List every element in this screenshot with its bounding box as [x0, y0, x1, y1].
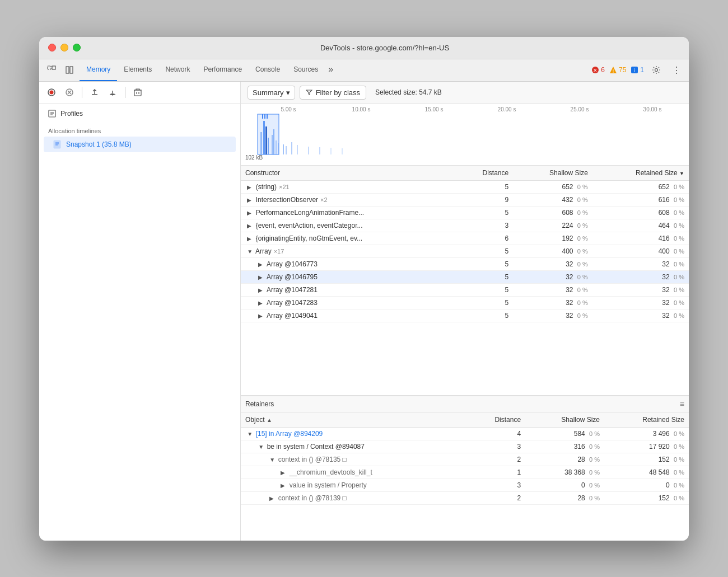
expand-arrow[interactable]: ▶ [258, 287, 265, 293]
shallow-cell: 32 0 % [513, 257, 592, 270]
retainer-expand-arrow[interactable]: ▶ [269, 495, 276, 501]
expand-arrow[interactable]: ▶ [247, 197, 254, 203]
constructor-name: (string) [256, 183, 277, 191]
expand-arrow[interactable]: ▶ [247, 184, 254, 190]
titlebar: DevTools - store.google.com/?hl=en-US [39, 37, 689, 59]
table-row[interactable]: ▶ Array @1049041 5 32 0 % 32 0 % [241, 309, 689, 322]
selected-size-label: Selected size: 54.7 kB [375, 88, 442, 96]
retainer-row[interactable]: ▼ [15] in Array @894209 4 584 0 % 3 496 … [241, 427, 689, 440]
retainer-retained-cell: 152 0 % [604, 453, 689, 466]
constructor-name: Array @1046773 [267, 260, 318, 268]
table-row[interactable]: ▶ Array @1046773 5 32 0 % 32 0 % [241, 257, 689, 270]
download-button[interactable] [105, 85, 120, 100]
main-tabs: Memory Elements Network Performance Cons… [80, 59, 337, 81]
retainer-expand-arrow[interactable]: ▼ [269, 457, 276, 463]
retained-cell: 32 0 % [592, 309, 689, 322]
snapshot-label: Snapshot 1 (35.8 MB) [66, 140, 132, 148]
retainer-row[interactable]: ▶ context in () @78139 □ 2 28 0 % 152 0 … [241, 491, 689, 504]
table-row[interactable]: ▼ Array×17 5 400 0 % 400 0 % [241, 245, 689, 257]
constructor-cell: ▶ Array @1046773 [241, 257, 454, 270]
constructor-name: PerformanceLongAnimationFrame... [256, 209, 364, 217]
retainer-row[interactable]: ▶ value in system / Property 3 0 0 % 0 0… [241, 479, 689, 491]
info-badge: i 1 [631, 66, 644, 74]
maximize-button[interactable] [73, 44, 81, 51]
table-row[interactable]: ▶ Array @1046795 5 32 0 % 32 0 % [241, 270, 689, 283]
retainer-object-name: value in system / Property [290, 481, 367, 489]
cursor-tool-button[interactable] [44, 62, 59, 78]
collect-garbage-button[interactable] [130, 85, 146, 100]
svg-rect-26 [263, 121, 265, 154]
expand-arrow[interactable]: ▶ [247, 223, 254, 229]
shallow-pct: 0 % [577, 184, 588, 190]
dropdown-arrow-icon: ▾ [286, 88, 290, 97]
expand-arrow[interactable]: ▶ [247, 210, 254, 216]
table-row[interactable]: ▶ {event, eventAction, eventCategor... 3… [241, 219, 689, 232]
settings-button[interactable] [648, 62, 664, 78]
retainer-retained-cell: 17 920 0 % [604, 440, 689, 453]
retainer-shallow-pct: 0 % [589, 495, 600, 501]
table-row[interactable]: ▶ {originatingEntity, noGtmEvent, ev... … [241, 232, 689, 245]
retainer-distance-cell: 2 [467, 491, 525, 504]
shallow-cell: 32 0 % [513, 270, 592, 283]
retainer-row[interactable]: ▶ __chromium_devtools_kill_t 1 38 368 0 … [241, 466, 689, 479]
retainer-expand-arrow[interactable]: ▼ [247, 431, 254, 437]
col-retained[interactable]: Retained Size ▼ [592, 166, 689, 181]
retainer-expand-arrow[interactable]: ▶ [281, 470, 287, 476]
expand-arrow[interactable]: ▼ [247, 248, 254, 255]
tab-console[interactable]: Console [249, 59, 287, 81]
table-row[interactable]: ▶ PerformanceLongAnimationFrame... 5 608… [241, 206, 689, 219]
tab-sources[interactable]: Sources [287, 59, 325, 81]
constructor-name: Array @1047281 [267, 286, 318, 294]
retained-pct: 0 % [674, 235, 684, 242]
expand-arrow[interactable]: ▶ [247, 236, 254, 242]
constructor-cell: ▶ Array @1047283 [241, 296, 454, 309]
stop-button[interactable] [62, 85, 77, 100]
upload-button[interactable] [87, 85, 102, 100]
svg-rect-33 [283, 144, 284, 154]
main-toolbar: Summary ▾ Filter by class Selected size:… [241, 82, 689, 104]
retainer-expand-arrow[interactable]: ▶ [281, 482, 287, 489]
constructor-cell: ▼ Array×17 [241, 245, 454, 257]
table-row[interactable]: ▶ Array @1047281 5 32 0 % 32 0 % [241, 283, 689, 296]
retainer-object-cell: ▶ __chromium_devtools_kill_t [241, 466, 467, 479]
retainer-row[interactable]: ▼ be in system / Context @894087 3 316 0… [241, 440, 689, 453]
retained-pct: 0 % [674, 312, 684, 319]
expand-arrow[interactable]: ▶ [258, 313, 265, 319]
minimize-button[interactable] [60, 44, 68, 51]
table-row[interactable]: ▶ (string)×21 5 652 0 % 652 0 % [241, 180, 689, 193]
tab-elements[interactable]: Elements [117, 59, 158, 81]
retainer-distance-cell: 1 [467, 466, 525, 479]
sep1 [82, 87, 82, 98]
retainer-object-name: context in () @78139 □ [278, 494, 347, 502]
ret-col-retained: Retained Size [604, 412, 689, 428]
table-row[interactable]: ▶ Array @1047283 5 32 0 % 32 0 % [241, 296, 689, 309]
expand-arrow[interactable]: ▶ [258, 300, 265, 306]
shallow-cell: 192 0 % [513, 232, 592, 245]
shallow-pct: 0 % [577, 312, 588, 319]
more-options-button[interactable]: ⋮ [669, 62, 684, 78]
tab-performance[interactable]: Performance [197, 59, 249, 81]
expand-arrow[interactable]: ▶ [258, 274, 265, 280]
close-button[interactable] [48, 44, 56, 51]
sidebar: Profiles Allocation timelines Snapshot 1… [39, 82, 241, 541]
expand-arrow[interactable]: ▶ [258, 261, 265, 268]
tab-network[interactable]: Network [158, 59, 197, 81]
svg-rect-32 [278, 143, 279, 154]
constructor-name: Array [255, 247, 272, 255]
snapshot-item[interactable]: Snapshot 1 (35.8 MB) [44, 137, 236, 152]
filter-by-class-button[interactable]: Filter by class [300, 86, 366, 100]
more-tabs-button[interactable]: » [325, 59, 337, 81]
retainer-expand-arrow[interactable]: ▼ [258, 444, 265, 450]
shallow-pct: 0 % [577, 235, 588, 242]
retainer-row[interactable]: ▼ context in () @78135 □ 2 28 0 % 152 0 … [241, 453, 689, 466]
tab-memory[interactable]: Memory [80, 59, 117, 81]
retainer-object-cell: ▼ [15] in Array @894209 [241, 427, 467, 440]
shallow-pct: 0 % [577, 209, 588, 216]
retainer-shallow-cell: 28 0 % [525, 453, 604, 466]
layout-button[interactable] [62, 62, 77, 78]
record-button[interactable] [44, 85, 59, 100]
summary-dropdown[interactable]: Summary ▾ [248, 86, 295, 100]
allocation-timelines-label: Allocation timelines [39, 123, 240, 137]
allocation-chart[interactable]: 5.00 s 10.00 s 15.00 s 20.00 s 25.00 s 3… [241, 104, 689, 166]
table-row[interactable]: ▶ IntersectionObserver×2 9 432 0 % 616 0… [241, 193, 689, 206]
